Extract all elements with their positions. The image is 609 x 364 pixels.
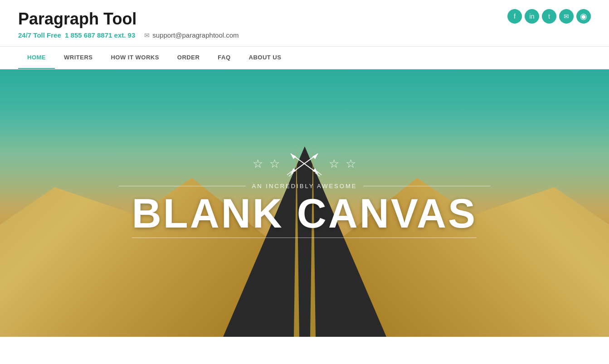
- star-1: ☆: [253, 157, 263, 171]
- email-social-icon[interactable]: ✉: [559, 9, 574, 24]
- nav-writers[interactable]: WRITERS: [55, 47, 102, 69]
- nav-order[interactable]: ORDER: [168, 47, 209, 69]
- email-contact: ✉ support@paragraphtool.com: [144, 31, 239, 39]
- hero-decoration: ☆ ☆ ☆ ☆: [253, 150, 356, 177]
- envelope-icon: ✉: [144, 32, 150, 39]
- rss-icon[interactable]: ◉: [576, 9, 591, 24]
- svg-marker-2: [291, 154, 296, 159]
- star-4: ☆: [346, 157, 356, 171]
- nav-faq[interactable]: FAQ: [209, 47, 239, 69]
- phone-number: 1 855 687 8871 ext. 93: [65, 31, 135, 39]
- toll-free-label: 24/7 Toll Free 1 855 687 8871 ext. 93: [18, 31, 135, 39]
- header: f in t ✉ ◉ Paragraph Tool 24/7 Toll Free…: [0, 0, 609, 46]
- hero-title: BLANK CANVAS: [132, 193, 477, 234]
- nav-how-it-works[interactable]: HOW IT WORKS: [102, 47, 168, 69]
- hero-subtitle-text: AN INCREDIBLY AWESOME: [252, 183, 357, 189]
- contact-bar: 24/7 Toll Free 1 855 687 8871 ext. 93 ✉ …: [18, 31, 591, 46]
- star-2: ☆: [269, 157, 280, 171]
- nav-about-us[interactable]: ABOUT US: [240, 47, 291, 69]
- crossed-arrows-icon: [286, 150, 322, 177]
- hero-subtitle-row: AN INCREDIBLY AWESOME: [119, 183, 491, 189]
- social-icons-bar: f in t ✉ ◉: [507, 9, 591, 24]
- twitter-icon[interactable]: t: [542, 9, 556, 24]
- facebook-icon[interactable]: f: [507, 9, 522, 24]
- nav-home[interactable]: HOME: [18, 47, 55, 69]
- hero-section: ☆ ☆ ☆ ☆: [0, 69, 609, 337]
- hero-line-right: [363, 186, 490, 186]
- hero-bottom-line: [132, 238, 477, 238]
- hero-line-left: [119, 186, 246, 186]
- linkedin-icon[interactable]: in: [525, 9, 539, 24]
- hero-content: ☆ ☆ ☆ ☆: [119, 150, 491, 238]
- site-title: Paragraph Tool: [18, 9, 591, 29]
- star-3: ☆: [329, 157, 339, 171]
- support-email: support@paragraphtool.com: [152, 31, 239, 39]
- svg-marker-7: [312, 154, 318, 159]
- nav-bar: HOME WRITERS HOW IT WORKS ORDER FAQ ABOU…: [0, 46, 609, 69]
